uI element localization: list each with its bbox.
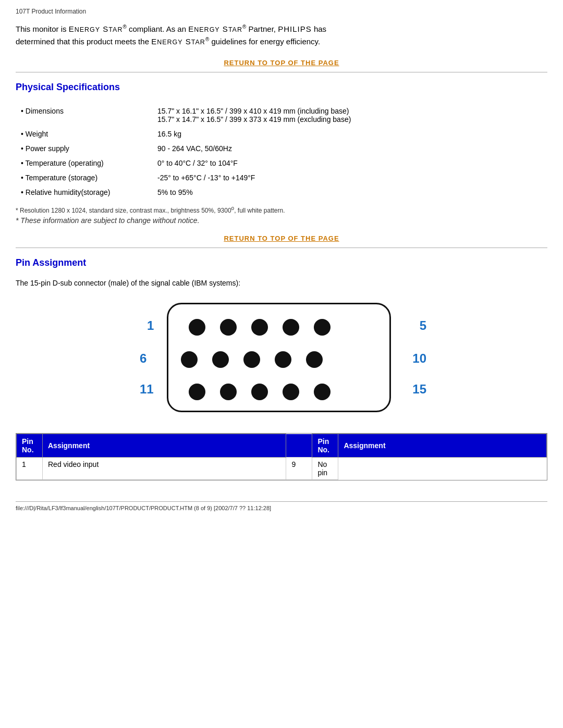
pin-10	[306, 351, 323, 368]
pin-2	[220, 319, 237, 336]
return-to-top-link-1[interactable]: RETURN TO TOP OF THE PAGE	[224, 59, 339, 67]
assignment-header-right: Assignment	[338, 434, 547, 458]
energy-star-text: This monitor is ENERGY STAR® compliant. …	[16, 23, 547, 48]
return-to-top-link-2[interactable]: RETURN TO TOP OF THE PAGE	[224, 235, 339, 242]
pin-3	[251, 319, 268, 336]
spec-value-temp-op: 0° to 40°C / 32° to 104°F	[153, 156, 546, 170]
pin-1	[189, 319, 205, 336]
pin-assignment-table: PinNo. Assignment PinNo. Assignment 1 Re…	[16, 434, 547, 480]
brand-philips: PHILIPS	[278, 24, 312, 33]
pin-5	[314, 319, 331, 336]
spec-row-dimensions: • Dimensions 15.7" x 16.1" x 16.5" / 399…	[17, 104, 546, 126]
pin-no-cell-left: 1	[17, 458, 43, 480]
pin-no-header-left: PinNo.	[17, 434, 43, 458]
spec-row-temp-stor: • Temperature (storage) -25° to +65°C / …	[17, 171, 546, 184]
spec-row-power: • Power supply 90 - 264 VAC, 50/60Hz	[17, 142, 546, 155]
spec-footnote-1: * Resolution 1280 x 1024, standard size,…	[16, 205, 547, 214]
pin-no-header-right: PinNo.	[312, 434, 338, 458]
pin-13	[251, 384, 268, 400]
pin-row-3	[181, 384, 338, 400]
pin-assignment-description: The 15-pin D-sub connector (male) of the…	[16, 279, 547, 287]
pin-11	[189, 384, 205, 400]
divider-2	[16, 248, 547, 248]
divider-1	[16, 72, 547, 72]
spec-label-weight: • Weight	[17, 127, 152, 141]
energy-star-sentence: This monitor is ENERGY STAR® compliant. …	[16, 24, 326, 46]
footer-text: file:///D|/Rita/LF3/lf3manual/english/10…	[16, 505, 271, 511]
pin-label-15: 15	[412, 382, 426, 397]
pin-6	[181, 351, 198, 368]
spec-value-dimensions: 15.7" x 16.1" x 16.5" / 399 x 410 x 419 …	[153, 104, 546, 126]
spec-label-humidity: • Relative humidity(storage)	[17, 186, 152, 199]
pin-label-5: 5	[420, 318, 426, 333]
pin-label-10: 10	[412, 351, 426, 366]
spec-label-temp-op: • Temperature (operating)	[17, 156, 152, 170]
pin-assignment-section: Pin Assignment The 15-pin D-sub connecto…	[16, 257, 547, 480]
pin-label-11: 11	[140, 382, 154, 397]
pin-8	[243, 351, 260, 368]
return-link-container-2: RETURN TO TOP OF THE PAGE	[16, 234, 547, 242]
pin-9	[275, 351, 291, 368]
pin-12	[220, 384, 237, 400]
spec-label-temp-stor: • Temperature (storage)	[17, 171, 152, 184]
spec-footnote-2: * These information are subject to chang…	[16, 216, 547, 225]
spec-label-dimensions: • Dimensions	[17, 104, 152, 126]
brand-energy-star-1: ENERGY STAR	[69, 24, 123, 33]
pin-assignment-table-container: PinNo. Assignment PinNo. Assignment 1 Re…	[16, 433, 547, 480]
pin-14	[283, 384, 299, 400]
spec-value-humidity: 5% to 95%	[153, 186, 546, 199]
spec-row-weight: • Weight 16.5 kg	[17, 127, 546, 141]
spec-value-power: 90 - 264 VAC, 50/60Hz	[153, 142, 546, 155]
spec-row-humidity: • Relative humidity(storage) 5% to 95%	[17, 186, 546, 199]
table-separator	[286, 434, 312, 458]
spec-value-weight: 16.5 kg	[153, 127, 546, 141]
pin-diagram: 1 5 6 10 11 15	[136, 298, 427, 423]
page-header: 107T Product Information	[16, 5, 547, 15]
pin-assignment-title: Pin Assignment	[16, 257, 547, 268]
pin-row-1	[181, 319, 338, 336]
assignment-cell-left: Red video input	[43, 458, 286, 480]
spec-label-power: • Power supply	[17, 142, 152, 155]
page-footer: file:///D|/Rita/LF3/lf3manual/english/10…	[16, 501, 547, 511]
spec-row-temp-op: • Temperature (operating) 0° to 40°C / 3…	[17, 156, 546, 170]
pin-7	[212, 351, 229, 368]
spec-value-temp-stor: -25° to +65°C / -13° to +149°F	[153, 171, 546, 184]
pin-row-2	[174, 351, 330, 368]
pin-4	[283, 319, 299, 336]
assignment-cell-right: No pin	[312, 458, 338, 480]
brand-energy-star-2: ENERGY STAR	[188, 24, 242, 33]
pin-label-1: 1	[147, 318, 154, 333]
connector-shell	[167, 303, 391, 412]
return-link-container-1: RETURN TO TOP OF THE PAGE	[16, 58, 547, 67]
physical-specs-title: Physical Specifications	[16, 82, 547, 93]
table-row: 1 Red video input 9 No pin	[17, 458, 547, 480]
assignment-header-left: Assignment	[43, 434, 286, 458]
brand-energy-star-3: ENERGY STAR	[151, 37, 205, 46]
table-header-row: PinNo. Assignment PinNo. Assignment	[17, 434, 547, 458]
pin-label-6: 6	[140, 351, 146, 366]
physical-specs-section: Physical Specifications • Dimensions 15.…	[16, 82, 547, 225]
specs-table: • Dimensions 15.7" x 16.1" x 16.5" / 399…	[16, 103, 547, 200]
pin-no-cell-right: 9	[286, 458, 312, 480]
pin-15	[314, 384, 331, 400]
